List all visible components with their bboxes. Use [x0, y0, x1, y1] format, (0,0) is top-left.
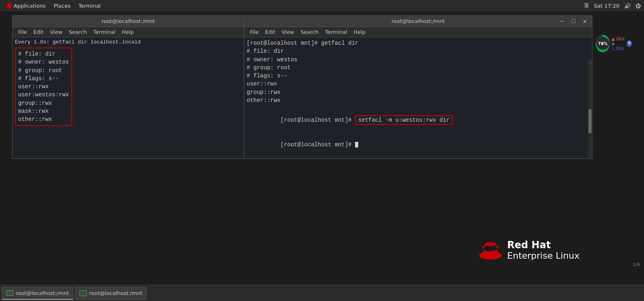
- power-icon[interactable]: ⏻: [636, 3, 641, 9]
- top-bar-left: Applications Places Terminal: [3, 2, 104, 10]
- left-line-2: # owner: westos: [18, 58, 69, 66]
- right-prompt2-text: [root@localhost mnt]#: [280, 117, 355, 123]
- menu-terminal-right[interactable]: Terminal: [322, 28, 349, 36]
- menu-edit-right[interactable]: Edit: [263, 28, 278, 36]
- terminal-controls-right: — □ ✕: [558, 17, 589, 25]
- menu-edit-left[interactable]: Edit: [31, 28, 46, 36]
- left-line-6: user:westos:rwx: [18, 91, 69, 99]
- network-percent: 78%: [596, 37, 609, 50]
- top-bar-right: 英 Sat 17:20 🔊 ⏻: [584, 2, 641, 9]
- network-widget[interactable]: 78% ▲ 2K/s ▼ 1.7K/s +: [596, 33, 632, 54]
- taskbar-term-icon-2: [79, 291, 87, 296]
- left-line-7: group::rwx: [18, 99, 69, 107]
- menu-view-right[interactable]: View: [279, 28, 297, 36]
- status-line-left: Every 1.0s: getfacl dir localhost.locald: [15, 39, 241, 45]
- left-line-1: # file: dir: [18, 50, 69, 58]
- menu-search-left[interactable]: Search: [66, 28, 89, 36]
- svg-point-14: [485, 242, 496, 246]
- right-prompt1: [root@localhost mnt]# getfacl dir: [247, 39, 586, 47]
- terminal-content-left[interactable]: Every 1.0s: getfacl dir localhost.locald…: [12, 37, 244, 158]
- menu-help-right[interactable]: Help: [351, 28, 368, 36]
- menu-file-right[interactable]: File: [247, 28, 261, 36]
- redhat-hat-icon: [478, 240, 503, 260]
- right-command-box: setfacl -m u:westos:rwx dir: [355, 115, 453, 125]
- menu-file-left[interactable]: File: [16, 28, 29, 36]
- terminal-menubar-left: File Edit View Search Terminal Help: [12, 27, 244, 37]
- speaker-icon[interactable]: 🔊: [624, 3, 631, 9]
- terminal-menubar-right: File Edit View Search Terminal Help: [244, 27, 592, 37]
- clock: Sat 17:20: [594, 3, 619, 9]
- right-line-2: # owner: westos: [247, 56, 586, 64]
- right-line-4: # flags: s--: [247, 72, 586, 80]
- places-menu[interactable]: Places: [50, 2, 73, 10]
- scrollbar-thumb: [588, 109, 592, 133]
- menu-view-left[interactable]: View: [48, 28, 65, 36]
- minimize-button[interactable]: —: [558, 17, 566, 25]
- left-line-5: user::rwx: [18, 83, 69, 91]
- terminal-title-right: root@localhost:/mnt: [391, 18, 445, 24]
- right-line-6: group::rwx: [247, 88, 586, 96]
- page-indicator: 1/4: [633, 262, 640, 267]
- top-menu-bar: Applications Places Terminal 英 Sat 17:20…: [0, 0, 644, 11]
- menu-help-left[interactable]: Help: [119, 28, 136, 36]
- right-line-1: # file: dir: [247, 47, 586, 55]
- right-prompt2-line: [root@localhost mnt]# setfacl -m u:westo…: [247, 108, 586, 132]
- left-line-9: other::rwx: [18, 115, 69, 123]
- taskbar-term-icon-1: [6, 290, 13, 296]
- redhat-logo: Red Hat Enterprise Linux: [478, 239, 580, 261]
- right-prompt3: [root@localhost mnt]#: [247, 132, 586, 157]
- network-stats: ▲ 2K/s ▼ 1.7K/s: [611, 37, 625, 51]
- left-terminal-box: # file: dir # owner: westos # group: roo…: [15, 48, 72, 126]
- maximize-button[interactable]: □: [569, 17, 578, 25]
- network-down: ▼ 1.7K/s: [611, 42, 625, 51]
- terminal-titlebar-left: root@localhost:/mnt: [12, 16, 244, 27]
- terminal-title-left: root@localhost:/mnt: [102, 18, 155, 24]
- taskbar-item-1[interactable]: root@localhost:/mnt: [2, 287, 73, 300]
- network-up: ▲ 2K/s: [611, 37, 625, 41]
- left-line-8: mask::rwx: [18, 107, 69, 115]
- left-line-3: # group: root: [18, 66, 69, 75]
- terminal-content-right[interactable]: [root@localhost mnt]# getfacl dir # file…: [244, 37, 592, 158]
- terminal-titlebar-right: root@localhost:/mnt — □ ✕: [244, 16, 592, 27]
- terminal-scrollbar-right[interactable]: [588, 59, 592, 158]
- network-add-button[interactable]: +: [627, 40, 632, 47]
- cursor-block: [355, 142, 358, 147]
- network-circle: 78%: [596, 35, 610, 52]
- applications-menu[interactable]: Applications: [3, 2, 49, 10]
- taskbar: root@localhost:/mnt root@localhost:/mnt: [0, 285, 644, 301]
- right-prompt3-text: [root@localhost mnt]#: [280, 141, 355, 148]
- desktop: file Trash root@localhost:/mnt File: [0, 11, 644, 285]
- taskbar-item-2[interactable]: root@localhost:/mnt: [75, 287, 147, 300]
- redhat-line1: Red Hat: [507, 239, 580, 251]
- left-line-4: # flags: s--: [18, 75, 69, 83]
- right-line-5: user::rwx: [247, 80, 586, 88]
- redhat-line2: Enterprise Linux: [507, 251, 580, 261]
- right-line-7: other::rwx: [247, 96, 586, 104]
- terminal-window-right: root@localhost:/mnt — □ ✕ File Edit View…: [244, 15, 592, 159]
- language-indicator[interactable]: 英: [584, 2, 589, 9]
- menu-search-right[interactable]: Search: [298, 28, 321, 36]
- red-hat-icon: [6, 3, 12, 8]
- menu-terminal-left[interactable]: Terminal: [91, 28, 118, 36]
- terminal-menu[interactable]: Terminal: [75, 2, 104, 10]
- terminals-container: root@localhost:/mnt File Edit View Searc…: [12, 15, 592, 159]
- redhat-text: Red Hat Enterprise Linux: [507, 239, 580, 261]
- right-spacer: [247, 104, 586, 108]
- close-button[interactable]: ✕: [581, 17, 589, 25]
- terminal-window-left: root@localhost:/mnt File Edit View Searc…: [12, 15, 244, 159]
- taskbar-item-1-label: root@localhost:/mnt: [16, 290, 69, 296]
- taskbar-item-2-label: root@localhost:/mnt: [89, 290, 142, 296]
- right-line-3: # group: root: [247, 64, 586, 72]
- applications-label: Applications: [14, 3, 46, 9]
